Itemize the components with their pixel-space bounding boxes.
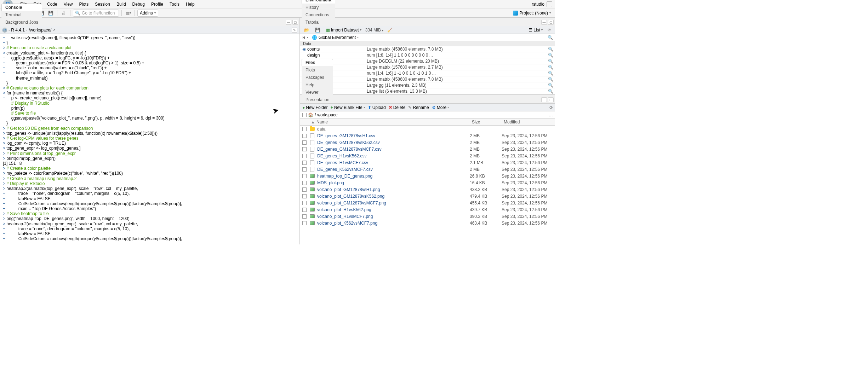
new-folder-button[interactable]: ●New Folder [302, 105, 328, 110]
tab-plots[interactable]: Plots [302, 66, 333, 74]
file-row[interactable]: volcano_plot_GM12878vsMCF7.png455.4 KBSe… [300, 199, 555, 206]
menu-debug[interactable]: Debug [129, 1, 148, 8]
file-name[interactable]: volcano_plot_H1vsK562.png [317, 207, 470, 212]
file-checkbox[interactable] [302, 174, 307, 178]
delete-button[interactable]: ✖Delete [389, 105, 406, 110]
file-row[interactable]: DE_genes_GM12878vsK562.csv2 MBSep 23, 20… [300, 139, 555, 146]
file-row[interactable]: DE_genes_H1vsMCF7.csv2.1 MBSep 23, 2024,… [300, 159, 555, 166]
tab-environment[interactable]: Environment [302, 0, 335, 4]
file-checkbox[interactable] [302, 134, 307, 138]
file-name[interactable]: DE_genes_H1vsK562.csv [317, 154, 470, 158]
menu-plots[interactable]: Plots [76, 1, 92, 8]
import-dataset-button[interactable]: ▦ Import Dataset ▾ [324, 27, 363, 33]
file-row[interactable]: MDS_plot.png16.4 KBSep 23, 2024, 12:56 P… [300, 179, 555, 186]
tab-viewer[interactable]: Viewer [302, 88, 333, 96]
search-environment-icon[interactable]: 🔍 [548, 35, 553, 40]
file-checkbox[interactable] [302, 181, 307, 185]
tab-packages[interactable]: Packages [302, 74, 333, 81]
console-output[interactable]: + write.csv(results[[name]], file=paste0… [0, 34, 299, 244]
scope-selector[interactable]: Global Environment [319, 35, 356, 40]
working-directory[interactable]: /workspace/ [29, 28, 51, 33]
pane-maximize-icon[interactable]: ▢ [548, 97, 554, 102]
file-checkbox[interactable] [302, 201, 307, 205]
tab-background-jobs[interactable]: Background Jobs [1, 18, 42, 26]
memory-usage[interactable]: 334 MiB [365, 28, 381, 33]
load-workspace-button[interactable]: 📂 [302, 27, 311, 33]
pane-minimize-icon[interactable]: — [286, 20, 291, 25]
file-row[interactable]: volcano_plot_GM12878vsK562.png479.4 KBSe… [300, 193, 555, 199]
env-var-mycpm[interactable]: ◉mycpmLarge matrix (458680 elements, 7.8… [300, 76, 555, 82]
file-row[interactable]: volcano_plot_H1vsMCF7.png390.3 KBSep 23,… [300, 213, 555, 220]
file-name[interactable]: DE_genes_H1vsMCF7.csv [317, 160, 470, 165]
tab-files[interactable]: Files [302, 59, 333, 66]
file-name[interactable]: DE_genes_GM12878vsMCF7.csv [317, 147, 470, 152]
tab-presentation[interactable]: Presentation [302, 96, 333, 103]
tab-history[interactable]: History [302, 4, 335, 11]
file-row[interactable]: DE_genes_GM12878vsMCF7.csv2 MBSep 23, 20… [300, 146, 555, 152]
menu-profile[interactable]: Profile [148, 1, 166, 8]
pane-maximize-icon[interactable]: ▢ [548, 20, 554, 25]
file-checkbox[interactable] [302, 147, 307, 151]
tab-tutorial[interactable]: Tutorial [302, 18, 335, 26]
file-name[interactable]: volcano_plot_GM12878vsMCF7.png [317, 201, 470, 206]
file-checkbox[interactable] [302, 214, 307, 219]
tools-grid-button[interactable]: ▦▾ [124, 10, 132, 17]
file-row[interactable]: volcano_plot_H1vsK562.png439.7 KBSep 23,… [300, 206, 555, 213]
env-var-my.contrasts[interactable]: my.contrastsnum [1:4, 1:6] 1 -1 0 0 1 0 … [300, 70, 555, 76]
upload-button[interactable]: ⬆Upload [368, 105, 386, 110]
file-name[interactable]: MDS_plot.png [317, 180, 470, 185]
menu-code[interactable]: Code [44, 1, 61, 8]
file-name[interactable]: data [317, 127, 470, 132]
refresh-files-button[interactable]: ⟳ [549, 105, 553, 110]
print-button[interactable]: 🖨 [60, 10, 68, 17]
file-name[interactable]: volcano_plot_K562vsMCF7.png [317, 221, 470, 226]
refresh-environment-button[interactable]: ⟳ [546, 27, 553, 33]
file-row[interactable]: DE_genes_GM12878vsH1.csv2 MBSep 23, 2024… [300, 132, 555, 139]
file-checkbox[interactable] [302, 187, 307, 192]
file-checkbox[interactable] [302, 194, 307, 198]
file-row[interactable]: data [300, 126, 555, 132]
tab-console[interactable]: Console [1, 4, 42, 11]
new-blank-file-button[interactable]: +New Blank File▾ [331, 105, 365, 110]
crumb-root[interactable]: / [315, 112, 316, 117]
crumb-folder[interactable]: workspace [317, 112, 337, 117]
file-checkbox[interactable] [302, 140, 307, 145]
col-modified[interactable]: Modified [504, 120, 555, 125]
file-row[interactable]: volcano_plot_K562vsMCF7.png463.4 KBSep 2… [300, 220, 555, 226]
more-button[interactable]: ⚙More▾ [432, 105, 449, 110]
home-icon[interactable]: 🏠 [308, 112, 313, 117]
rename-button[interactable]: ✎Rename [408, 105, 429, 110]
tab-connections[interactable]: Connections [302, 11, 335, 18]
menu-build[interactable]: Build [113, 1, 129, 8]
pane-maximize-icon[interactable]: ▢ [292, 20, 298, 25]
env-var-results[interactable]: ◉resultsLarge list (6 elements, 13.3 MB)… [300, 88, 555, 94]
file-checkbox[interactable] [302, 167, 307, 172]
view-mode-button[interactable]: ☰ List ▾ [527, 27, 544, 33]
inspect-icon[interactable]: 🔍 [547, 59, 554, 64]
select-all-checkbox[interactable] [302, 113, 307, 117]
env-var-fit[interactable]: ◉fitLarge DGEGLM (22 elements, 20 MB)🔍 [300, 58, 555, 64]
path-chevron-icon[interactable]: ⇗ [53, 28, 56, 32]
save-workspace-button[interactable]: 💾 [313, 27, 322, 33]
file-name[interactable]: DE_genes_K562vsMCF7.csv [317, 167, 470, 172]
file-checkbox[interactable] [302, 154, 307, 158]
pane-minimize-icon[interactable]: — [541, 20, 547, 25]
inspect-icon[interactable]: 🔍 [547, 53, 554, 58]
file-checkbox[interactable] [302, 161, 307, 165]
more-path-icon[interactable]: … [549, 112, 553, 117]
inspect-icon[interactable]: 🔍 [547, 77, 554, 82]
file-name[interactable]: DE_genes_GM12878vsK562.csv [317, 140, 470, 145]
file-checkbox[interactable] [302, 127, 307, 131]
addins-menu[interactable]: Addins ▾ [137, 10, 158, 17]
env-var-design[interactable]: designnum [1:8, 1:4] 1 1 0 0 0 0 0 0 0 0… [300, 52, 555, 58]
file-row[interactable]: volcano_plot_GM12878vsH1.png438.2 KBSep … [300, 186, 555, 193]
expand-icon[interactable]: ◉ [302, 47, 307, 52]
file-name[interactable]: DE_genes_GM12878vsH1.csv [317, 133, 470, 138]
file-row[interactable]: heatmap_top_DE_genes.png26.8 KBSep 23, 2… [300, 173, 555, 179]
env-var-p[interactable]: ◉pLarge gg (11 elements, 2.3 MB)🔍 [300, 82, 555, 88]
tab-terminal[interactable]: Terminal [1, 11, 42, 18]
menu-help[interactable]: Help [183, 1, 198, 8]
file-checkbox[interactable] [302, 208, 307, 212]
project-menu[interactable]: Project: (None) ▾ [511, 11, 553, 16]
file-name[interactable]: volcano_plot_GM12878vsH1.png [317, 187, 470, 192]
